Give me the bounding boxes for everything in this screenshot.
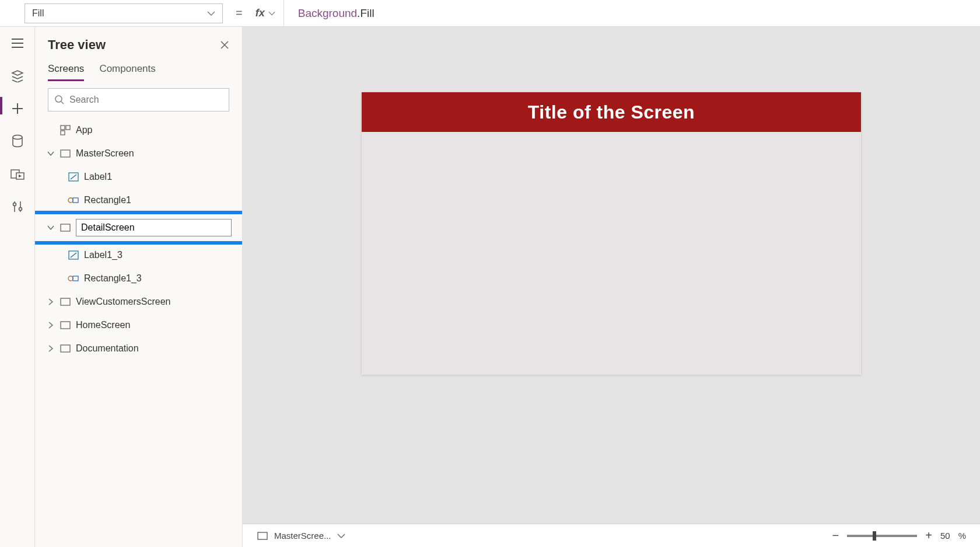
hamburger-icon[interactable] bbox=[9, 35, 26, 51]
chevron-down-icon[interactable] bbox=[337, 533, 345, 539]
search-input[interactable] bbox=[69, 95, 223, 105]
tree-node-detailscreen-editing[interactable] bbox=[35, 212, 242, 243]
screen-icon bbox=[60, 319, 71, 331]
tree-node-viewcustomersscreen[interactable]: ViewCustomersScreen bbox=[35, 290, 242, 313]
formula-prop: .Fill bbox=[357, 7, 374, 19]
tree-node-masterscreen[interactable]: MasterScreen bbox=[35, 142, 242, 165]
tree-node-label: Rectangle1 bbox=[84, 195, 131, 205]
screen-icon bbox=[60, 343, 71, 354]
svg-rect-25 bbox=[61, 224, 70, 231]
advanced-tools-icon[interactable] bbox=[9, 198, 26, 215]
tree-tabs: Screens Components bbox=[35, 55, 242, 81]
data-icon[interactable] bbox=[9, 133, 26, 149]
search-icon bbox=[54, 95, 65, 105]
svg-point-12 bbox=[19, 208, 22, 211]
left-rail bbox=[0, 27, 35, 547]
tree-node-homescreen[interactable]: HomeScreen bbox=[35, 313, 242, 337]
zoom-value: 50 bbox=[940, 531, 950, 541]
screen-icon bbox=[60, 148, 71, 159]
status-selected-screen[interactable]: MasterScree... bbox=[274, 531, 331, 541]
tree-node-label: App bbox=[76, 125, 92, 135]
svg-point-23 bbox=[68, 198, 73, 203]
tree-items: App MasterScreen Label1 bbox=[35, 119, 242, 547]
svg-point-15 bbox=[55, 96, 62, 102]
canvas-area: Title of the Screen MasterScree... − + 5… bbox=[243, 27, 980, 547]
tree-node-documentation[interactable]: Documentation bbox=[35, 337, 242, 360]
property-name: Fill bbox=[32, 8, 44, 19]
screen-icon bbox=[60, 222, 71, 234]
equals-sign: = bbox=[232, 6, 246, 20]
screen-header-title: Title of the Screen bbox=[362, 92, 861, 132]
svg-rect-32 bbox=[61, 345, 70, 352]
svg-rect-29 bbox=[73, 276, 78, 281]
svg-line-22 bbox=[71, 175, 76, 179]
svg-point-5 bbox=[13, 135, 22, 140]
svg-rect-18 bbox=[66, 126, 70, 130]
tree-view-icon[interactable] bbox=[9, 68, 26, 84]
svg-point-10 bbox=[13, 203, 16, 206]
svg-rect-24 bbox=[73, 198, 78, 203]
zoom-thumb[interactable] bbox=[873, 531, 876, 541]
tree-view-panel: Tree view Screens Components App bbox=[35, 27, 243, 547]
tree-node-app[interactable]: App bbox=[35, 119, 242, 142]
fx-label[interactable]: fx bbox=[256, 0, 284, 26]
chevron-right-icon[interactable] bbox=[47, 298, 55, 305]
insert-icon[interactable] bbox=[9, 100, 26, 117]
canvas-viewport[interactable]: Title of the Screen bbox=[243, 27, 980, 524]
tree-node-label1-3[interactable]: Label1_3 bbox=[35, 243, 242, 267]
chevron-right-icon[interactable] bbox=[47, 322, 55, 329]
chevron-right-icon[interactable] bbox=[47, 345, 55, 352]
svg-rect-17 bbox=[61, 126, 65, 130]
rectangle-icon bbox=[68, 194, 79, 206]
svg-line-27 bbox=[71, 253, 76, 257]
status-bar: MasterScree... − + 50 % bbox=[243, 524, 980, 547]
formula-control: Background bbox=[298, 7, 357, 19]
tree-node-label: HomeScreen bbox=[76, 320, 130, 330]
tree-node-label: Rectangle1_3 bbox=[84, 273, 142, 284]
formula-bar: Fill = fx Background.Fill bbox=[0, 0, 980, 27]
tree-node-rectangle1-3[interactable]: Rectangle1_3 bbox=[35, 267, 242, 290]
zoom-in-button[interactable]: + bbox=[925, 529, 932, 542]
tree-node-label: MasterScreen bbox=[76, 148, 134, 159]
close-icon[interactable] bbox=[220, 40, 229, 50]
label-icon bbox=[68, 171, 79, 183]
tree-node-rectangle1[interactable]: Rectangle1 bbox=[35, 189, 242, 212]
tree-node-label: Label1_3 bbox=[84, 250, 123, 260]
tree-title: Tree view bbox=[48, 37, 106, 53]
svg-line-16 bbox=[61, 102, 64, 104]
label-icon bbox=[68, 249, 79, 261]
tree-node-label1[interactable]: Label1 bbox=[35, 165, 242, 189]
zoom-percent-symbol: % bbox=[958, 531, 966, 541]
svg-rect-31 bbox=[61, 322, 70, 329]
property-dropdown[interactable]: Fill bbox=[24, 4, 223, 23]
chevron-down-icon[interactable] bbox=[47, 151, 55, 156]
tree-node-label: Documentation bbox=[76, 343, 139, 354]
tree-node-label: ViewCustomersScreen bbox=[76, 297, 170, 307]
svg-rect-20 bbox=[61, 150, 70, 157]
screen-icon bbox=[60, 296, 71, 308]
tree-search[interactable] bbox=[48, 88, 229, 112]
chevron-down-icon[interactable] bbox=[47, 225, 55, 231]
tab-components[interactable]: Components bbox=[99, 63, 155, 81]
zoom-out-button[interactable]: − bbox=[832, 529, 839, 542]
tree-node-label: Label1 bbox=[84, 172, 112, 182]
rename-input[interactable] bbox=[76, 219, 232, 236]
screen-preview[interactable]: Title of the Screen bbox=[362, 92, 861, 375]
rectangle-icon bbox=[68, 273, 79, 284]
svg-rect-19 bbox=[61, 131, 65, 135]
formula-input[interactable]: Background.Fill bbox=[293, 6, 980, 20]
tab-screens[interactable]: Screens bbox=[48, 63, 84, 81]
screen-icon bbox=[257, 530, 268, 542]
svg-rect-30 bbox=[61, 298, 70, 305]
app-icon bbox=[60, 124, 71, 136]
zoom-slider[interactable] bbox=[847, 535, 917, 537]
svg-point-28 bbox=[68, 276, 73, 281]
zoom-controls: − + 50 % bbox=[832, 529, 966, 542]
media-icon[interactable] bbox=[9, 166, 26, 182]
chevron-down-icon bbox=[207, 11, 215, 16]
rail-active-indicator bbox=[0, 97, 2, 114]
svg-rect-33 bbox=[258, 532, 267, 539]
